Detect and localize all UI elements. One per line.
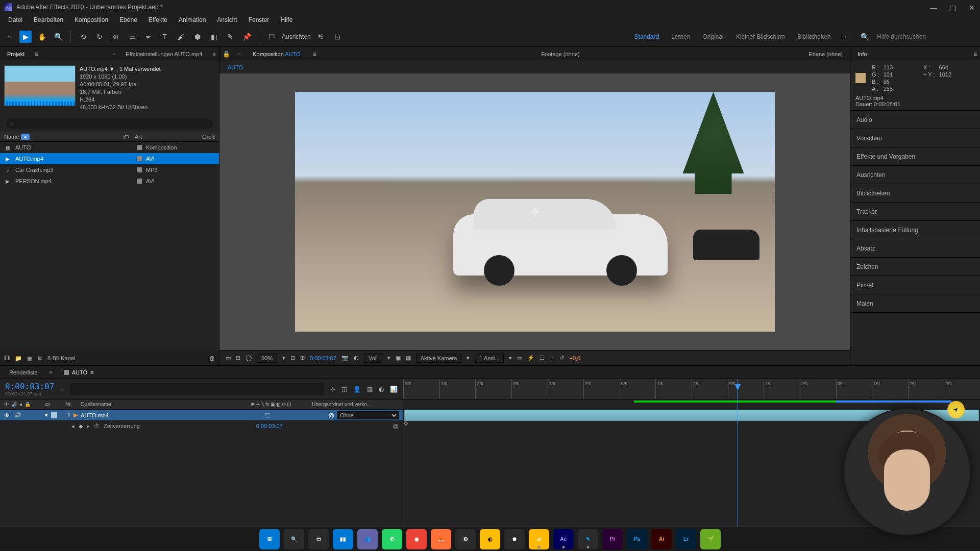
tab-effect-controls[interactable]: Effekteinstellungen AUTO.mp4	[121, 49, 206, 59]
panel-inhaltsbasierte-füllung[interactable]: Inhaltsbasierte Füllung	[850, 221, 980, 239]
menu-bearbeiten[interactable]: Bearbeiten	[29, 14, 68, 27]
taskbar-app[interactable]: ✆	[382, 529, 402, 549]
new-comp-icon[interactable]: ▦	[27, 355, 32, 362]
pan-behind-tool[interactable]: ⊕	[110, 31, 122, 43]
taskbar-app[interactable]: ⊞	[259, 529, 280, 549]
draft-3d-icon[interactable]: ◫	[341, 386, 347, 393]
panel-bibliotheken[interactable]: Bibliotheken	[850, 184, 980, 203]
layer-expand-icon[interactable]: ▾	[45, 412, 48, 418]
workspace-lernen[interactable]: Lernen	[671, 33, 690, 40]
label-col-icon[interactable]: 🏷	[45, 402, 65, 407]
item-label-swatch[interactable]	[137, 179, 142, 184]
project-item[interactable]: ▶ PERSON.mp4 AVI	[0, 176, 219, 187]
item-label-swatch[interactable]	[137, 145, 142, 150]
taskbar-app[interactable]: Ps	[627, 529, 647, 549]
tab-close-icon[interactable]: ×	[49, 369, 53, 376]
lock-col-icon[interactable]: 🔒	[24, 402, 31, 407]
roi-icon[interactable]: ▣	[396, 355, 401, 361]
switch-shy[interactable]: ⬚	[264, 412, 272, 418]
sort-arrow-icon[interactable]: ▲	[21, 134, 30, 140]
menu-datei[interactable]: Datei	[3, 14, 28, 27]
resolution-dropdown[interactable]: Voll	[364, 354, 382, 363]
pen-tool[interactable]: ✒	[142, 31, 155, 43]
flowchart-icon[interactable]: ⊹	[550, 355, 554, 361]
tab-menu-icon[interactable]: ≡	[90, 369, 93, 375]
layer-color-swatch[interactable]	[51, 412, 57, 418]
fast-preview-icon[interactable]: ⚡	[527, 355, 534, 361]
show-channel-icon[interactable]: ◐	[354, 355, 359, 361]
menu-effekte[interactable]: Effekte	[143, 14, 173, 27]
panel-tracker[interactable]: Tracker	[850, 203, 980, 221]
snapshot-icon[interactable]: 📷	[341, 355, 349, 361]
video-frame[interactable]	[295, 92, 775, 332]
roto-brush-tool[interactable]: ✎	[224, 31, 236, 43]
zoom-tool[interactable]: 🔍	[52, 31, 64, 43]
taskbar-app[interactable]: 🦊	[431, 529, 451, 549]
item-label-swatch[interactable]	[137, 167, 142, 172]
transparency-grid-icon[interactable]: ⊞	[236, 355, 240, 361]
menu-ansicht[interactable]: Ansicht	[212, 14, 242, 27]
zoom-dropdown[interactable]: 50%	[257, 354, 277, 363]
menu-hilfe[interactable]: Hilfe	[275, 14, 298, 27]
footage-thumbnail[interactable]	[4, 65, 76, 106]
taskbar-app[interactable]: 📁	[529, 529, 549, 549]
property-name[interactable]: Zeitverzerrung	[104, 423, 140, 429]
res-arrow-icon[interactable]: ▾	[387, 355, 390, 361]
snapping-options[interactable]: ⚟	[315, 31, 327, 43]
layer-name[interactable]: AUTO.mp4	[81, 412, 261, 418]
stopwatch-icon[interactable]: ⏱	[94, 423, 100, 429]
menu-fenster[interactable]: Fenster	[243, 14, 275, 27]
timeline-icon[interactable]: ☷	[540, 355, 545, 361]
taskbar-app[interactable]: Pr	[602, 529, 623, 549]
taskbar-app[interactable]: ✎	[578, 529, 598, 549]
workspace-kleiner[interactable]: Kleiner Bildschirm	[736, 33, 785, 40]
solo-col-icon[interactable]: ●	[19, 402, 22, 407]
panel-ausrichten[interactable]: Ausrichten	[850, 166, 980, 184]
col-type[interactable]: Art	[135, 134, 196, 140]
tab-composition[interactable]: Komposition AUTO	[249, 49, 304, 59]
frame-blend-icon[interactable]: ▥	[367, 386, 373, 393]
audio-col-icon[interactable]: 🔊	[11, 402, 17, 407]
bit-depth[interactable]: 8-Bit-Kanal	[47, 355, 75, 361]
layer-row[interactable]: 👁 🔊 ▾ 1 ▶ AUTO.mp4 ⬚ @ Ohne	[0, 410, 403, 421]
zoom-arrow-icon[interactable]: ▾	[282, 355, 285, 361]
new-folder-icon[interactable]: 📁	[15, 355, 22, 362]
panel-menu-icon[interactable]: ≡	[973, 51, 977, 58]
breadcrumb-comp[interactable]: AUTO	[228, 64, 243, 70]
hand-tool[interactable]: ✋	[36, 31, 48, 43]
prev-keyframe-icon[interactable]: ◂	[71, 423, 75, 430]
pixel-aspect-icon[interactable]: ▭	[517, 355, 522, 361]
text-tool[interactable]: T	[159, 31, 171, 43]
label-col-icon[interactable]: 🏷	[123, 134, 129, 140]
workspace-bibliotheken[interactable]: Bibliotheken	[797, 33, 830, 40]
composition-viewer[interactable]	[219, 73, 850, 350]
property-value[interactable]: 0:00:03:07	[256, 423, 283, 429]
timeline-search-icon[interactable]: ⌕	[60, 386, 64, 393]
panel-absatz[interactable]: Absatz	[850, 239, 980, 258]
menu-komposition[interactable]: Komposition	[69, 14, 113, 27]
tab-comp-menu[interactable]: ≡	[313, 51, 316, 58]
graph-editor-icon[interactable]: 📊	[390, 386, 398, 393]
playhead[interactable]	[738, 379, 738, 549]
views-arrow-icon[interactable]: ▾	[509, 355, 512, 361]
tab-timeline-comp[interactable]: AUTO ≡	[59, 367, 99, 378]
maximize-button[interactable]: ▢	[949, 4, 957, 11]
taskbar-app[interactable]: Ai	[651, 529, 672, 549]
tab-footage[interactable]: Footage (ohne)	[537, 49, 583, 59]
tab-projekt[interactable]: Projekt	[3, 49, 29, 59]
puppet-tool[interactable]: 📌	[240, 31, 253, 43]
always-preview-icon[interactable]: ▭	[226, 355, 231, 361]
exposure-value[interactable]: +0,0	[569, 355, 580, 361]
video-toggle[interactable]: 👁	[4, 412, 11, 418]
transparency-icon[interactable]: ▦	[406, 355, 411, 361]
taskbar-app[interactable]: Lr	[676, 529, 696, 549]
motion-blur-icon[interactable]: ◐	[379, 386, 384, 393]
tab-info[interactable]: Info	[853, 49, 871, 59]
shy-icon[interactable]: 👤	[353, 386, 361, 393]
timeline-search-input[interactable]	[70, 383, 324, 395]
trash-icon[interactable]: 🗑	[209, 355, 215, 361]
panel-zeichen[interactable]: Zeichen	[850, 258, 980, 276]
workspace-standard[interactable]: Standard	[634, 33, 659, 40]
help-search-input[interactable]	[875, 31, 977, 42]
cam-arrow-icon[interactable]: ▾	[467, 355, 470, 361]
